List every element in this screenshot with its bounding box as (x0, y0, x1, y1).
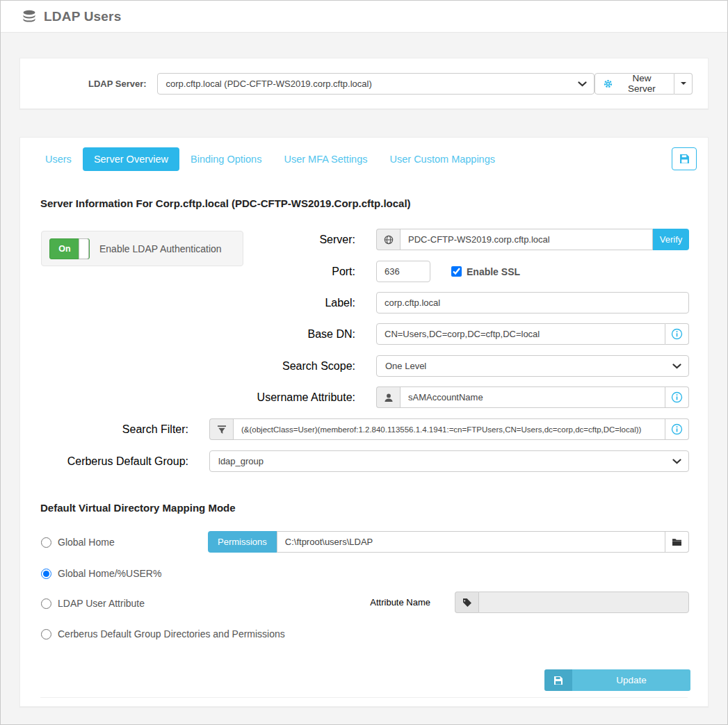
port-label: Port: (20, 266, 376, 278)
app-window: LDAP Users LDAP Server: corp.cftp.local … (0, 0, 728, 725)
server-row: Server: Verify (20, 229, 689, 250)
label-label: Label: (20, 297, 376, 309)
chevron-down-icon (672, 364, 681, 369)
default-group-dirs-label[interactable]: Cerberus Default Group Directories and P… (58, 628, 285, 640)
database-icon (22, 10, 37, 24)
ldap-server-select[interactable]: corp.cftp.local (PDC-CFTP-WS2019.corp.cf… (157, 73, 594, 95)
ldap-server-selected-value: corp.cftp.local (PDC-CFTP-WS2019.corp.cf… (166, 79, 372, 89)
global-home-label[interactable]: Global Home (58, 537, 115, 548)
gear-icon (603, 79, 613, 89)
server-label: Server: (20, 234, 376, 246)
label-row: Label: (20, 292, 689, 313)
default-group-label: Cerberus Default Group: (20, 455, 209, 468)
server-selector-panel: LDAP Server: corp.cftp.local (PDC-CFTP-W… (19, 58, 709, 109)
ldap-settings-panel: Users Server Overview Binding Options Us… (19, 137, 709, 707)
base-dn-input[interactable] (376, 323, 665, 345)
enable-ssl-option: Enable SSL (451, 266, 520, 277)
floppy-disk-icon (679, 154, 690, 164)
enable-ssl-checkbox[interactable] (451, 266, 462, 277)
global-home-path-input[interactable] (277, 531, 665, 553)
search-scope-selected-value: One Level (385, 361, 426, 371)
folder-icon[interactable] (665, 531, 689, 553)
search-scope-label: Search Scope: (20, 360, 376, 373)
base-dn-row: Base DN: (20, 323, 689, 345)
default-group-selected-value: ldap_group (218, 456, 264, 466)
tab-bar: Users Server Overview Binding Options Us… (34, 147, 506, 171)
port-row: Port: Enable SSL (20, 261, 689, 282)
username-attribute-label: Username Attribute: (20, 391, 376, 404)
global-home-path-row: Permissions (208, 531, 689, 553)
mapping-option-global-home: Global Home (41, 537, 115, 548)
search-scope-row: Search Scope: One Level (20, 355, 689, 377)
mapping-option-default-group-dirs: Cerberus Default Group Directories and P… (41, 628, 285, 640)
funnel-icon (209, 418, 233, 440)
ldap-server-label: LDAP Server: (35, 79, 147, 89)
search-scope-select[interactable]: One Level (376, 355, 689, 377)
chevron-down-icon (578, 81, 587, 87)
caret-down-icon (681, 82, 686, 85)
global-home-user-radio[interactable] (41, 569, 51, 579)
attribute-name-label: Attribute Name (20, 597, 455, 608)
default-group-row: Cerberus Default Group: ldap_group (20, 450, 689, 472)
default-group-select[interactable]: ldap_group (209, 450, 689, 472)
search-filter-row: Search Filter: (20, 418, 689, 440)
attribute-name-row: Attribute Name (20, 592, 689, 613)
new-server-dropdown-toggle[interactable] (674, 73, 693, 95)
server-input[interactable] (400, 229, 653, 250)
attribute-name-input[interactable] (478, 592, 689, 613)
tab-user-mfa-settings[interactable]: User MFA Settings (273, 147, 378, 171)
new-server-button-label: New Server (617, 73, 666, 94)
update-button[interactable]: Update (544, 669, 690, 691)
default-group-dirs-radio[interactable] (41, 629, 51, 640)
new-server-split-button: New Server (594, 73, 693, 95)
info-circle-icon[interactable] (665, 386, 689, 408)
label-input[interactable] (376, 292, 689, 313)
tab-server-overview[interactable]: Server Overview (83, 147, 179, 171)
base-dn-label: Base DN: (20, 328, 376, 341)
save-button[interactable] (672, 147, 697, 170)
footer-divider (40, 697, 688, 698)
info-circle-icon[interactable] (665, 323, 689, 345)
floppy-disk-icon (544, 669, 572, 691)
search-filter-input[interactable] (233, 418, 665, 440)
globe-icon (376, 229, 400, 250)
update-button-label: Update (572, 669, 690, 691)
info-circle-icon[interactable] (665, 418, 689, 440)
mapping-option-global-home-user: Global Home/%USER% (41, 568, 161, 579)
verify-button[interactable]: Verify (653, 229, 689, 250)
server-information-title: Server Information For Corp.cftp.local (… (40, 197, 411, 209)
global-home-radio[interactable] (41, 537, 51, 548)
chevron-down-icon (672, 459, 681, 464)
page-title: LDAP Users (44, 9, 121, 24)
username-attribute-row: Username Attribute: (20, 386, 689, 408)
tab-users[interactable]: Users (34, 147, 83, 171)
mapping-mode-title: Default Virtual Directory Mapping Mode (40, 502, 236, 514)
port-input[interactable] (376, 261, 430, 282)
enable-ssl-label: Enable SSL (467, 266, 520, 277)
tab-binding-options[interactable]: Binding Options (179, 147, 273, 171)
app-header: LDAP Users (1, 1, 727, 33)
username-attribute-input[interactable] (400, 386, 665, 408)
global-home-user-label[interactable]: Global Home/%USER% (58, 568, 161, 579)
search-filter-label: Search Filter: (20, 423, 209, 436)
person-icon (376, 386, 400, 408)
permissions-button[interactable]: Permissions (208, 531, 277, 553)
tab-user-custom-mappings[interactable]: User Custom Mappings (379, 147, 507, 171)
new-server-button[interactable]: New Server (594, 73, 674, 95)
tag-icon (455, 592, 478, 613)
